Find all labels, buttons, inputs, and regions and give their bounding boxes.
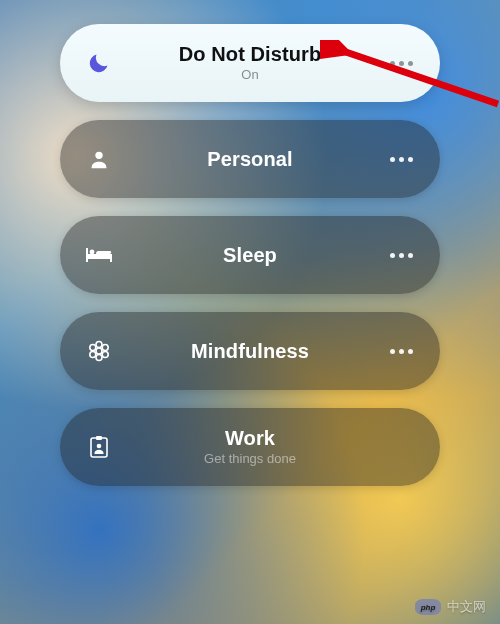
- svg-point-10: [90, 352, 96, 358]
- ellipsis-icon: [390, 61, 413, 66]
- focus-item-mindfulness[interactable]: Mindfulness: [60, 312, 440, 390]
- svg-rect-3: [110, 254, 112, 262]
- svg-point-0: [95, 152, 102, 159]
- svg-point-9: [102, 345, 108, 351]
- svg-point-7: [96, 355, 102, 361]
- watermark: php 中文网: [415, 598, 486, 616]
- focus-item-label: Sleep: [223, 244, 277, 267]
- focus-item-text: Work Get things done: [116, 427, 384, 467]
- more-button[interactable]: [384, 61, 418, 66]
- svg-point-11: [102, 352, 108, 358]
- focus-item-sub: On: [241, 68, 258, 83]
- focus-item-label: Work: [225, 427, 275, 450]
- svg-rect-2: [86, 254, 112, 259]
- focus-item-sleep[interactable]: Sleep: [60, 216, 440, 294]
- more-button[interactable]: [384, 349, 418, 354]
- svg-point-14: [97, 444, 102, 449]
- focus-item-label: Do Not Disturb: [179, 43, 322, 66]
- php-logo-icon: php: [415, 599, 441, 615]
- moon-icon: [82, 51, 116, 75]
- focus-item-text: Sleep: [116, 244, 384, 267]
- watermark-text: 中文网: [447, 598, 486, 616]
- focus-item-text: Mindfulness: [116, 340, 384, 363]
- focus-item-text: Do Not Disturb On: [116, 43, 384, 83]
- svg-point-8: [90, 345, 96, 351]
- focus-item-personal[interactable]: Personal: [60, 120, 440, 198]
- ellipsis-icon: [390, 253, 413, 258]
- svg-rect-13: [96, 436, 102, 440]
- focus-item-dnd[interactable]: Do Not Disturb On: [60, 24, 440, 102]
- badge-icon: [82, 435, 116, 459]
- ellipsis-icon: [390, 157, 413, 162]
- flower-icon: [82, 339, 116, 363]
- focus-mode-list: Do Not Disturb On Personal Sleep: [60, 24, 440, 486]
- person-icon: [82, 148, 116, 170]
- bed-icon: [82, 245, 116, 265]
- focus-item-work[interactable]: Work Get things done: [60, 408, 440, 486]
- more-button[interactable]: [384, 253, 418, 258]
- focus-item-sub: Get things done: [204, 452, 296, 467]
- focus-item-text: Personal: [116, 148, 384, 171]
- more-button[interactable]: [384, 157, 418, 162]
- svg-point-4: [90, 250, 95, 255]
- ellipsis-icon: [390, 349, 413, 354]
- focus-item-label: Personal: [207, 148, 292, 171]
- svg-point-6: [96, 342, 102, 348]
- svg-point-5: [96, 348, 102, 354]
- focus-item-label: Mindfulness: [191, 340, 309, 363]
